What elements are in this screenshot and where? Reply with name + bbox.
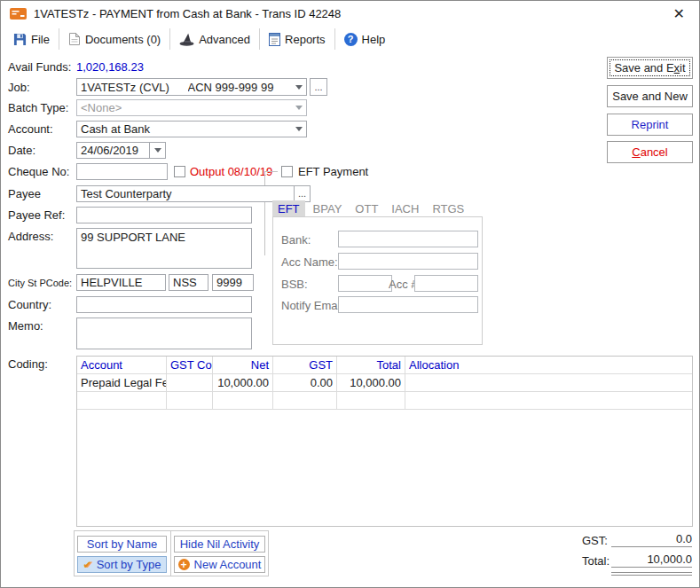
tab-bpay[interactable]: BPAY xyxy=(308,200,348,217)
avail-funds-label: Avail Funds: xyxy=(8,60,71,74)
batch-type-combo[interactable]: <None> xyxy=(76,99,307,116)
account-combo[interactable]: Cash at Bank xyxy=(76,121,307,137)
cell-allocation[interactable] xyxy=(405,392,692,409)
gst-total-value: 0.0 xyxy=(611,532,692,547)
document-page-icon xyxy=(68,32,81,46)
col-total[interactable]: Total xyxy=(337,357,405,373)
batch-type-value: <None> xyxy=(81,101,122,114)
memo-input[interactable] xyxy=(76,318,252,349)
city-input[interactable]: HELPVILLE xyxy=(76,274,166,291)
eft-payment-checkbox[interactable] xyxy=(281,166,293,177)
batch-type-label: Batch Type: xyxy=(8,101,68,114)
file-label: File xyxy=(31,33,50,46)
reports-label: Reports xyxy=(285,33,326,46)
eft-tab-strip: EFT BPAY OTT IACH RTGS xyxy=(272,200,472,217)
date-label: Date: xyxy=(8,144,35,157)
documents-button[interactable]: Documents (0) xyxy=(61,29,168,49)
reports-button[interactable]: Reports xyxy=(262,30,333,49)
cell-net[interactable] xyxy=(213,392,273,409)
grand-total-label: Total: xyxy=(582,554,610,568)
payee-value: Test Counterparty xyxy=(81,187,172,200)
col-gst-code[interactable]: GST Code xyxy=(167,357,213,373)
chevron-down-icon xyxy=(154,148,161,153)
reprint-button[interactable]: Reprint xyxy=(607,114,693,136)
cell-net[interactable]: 10,000.00 xyxy=(213,374,273,391)
save-and-new-button[interactable]: Save and New xyxy=(607,85,693,107)
job-combo[interactable]: 1VATESTz (CVL) ACN 999-999 99 xyxy=(76,78,307,96)
cell-gst-code[interactable] xyxy=(167,374,213,391)
output-checkbox[interactable] xyxy=(174,166,185,177)
payee-ref-input[interactable] xyxy=(76,207,252,223)
cell-account[interactable] xyxy=(77,392,167,409)
cell-allocation[interactable] xyxy=(405,374,692,391)
sort-by-name-button[interactable]: Sort by Name xyxy=(77,536,167,553)
total-rule xyxy=(611,575,692,576)
account-label: Account: xyxy=(8,122,53,136)
cheque-no-label: Cheque No: xyxy=(8,165,69,178)
job-acn: ACN 999-999 99 xyxy=(188,81,278,94)
sort-by-type-button[interactable]: ✔ Sort by Type xyxy=(77,556,167,573)
cell-gst[interactable]: 0.00 xyxy=(273,374,337,391)
country-input[interactable] xyxy=(76,296,252,313)
col-gst[interactable]: GST xyxy=(273,357,337,373)
tab-eft[interactable]: EFT xyxy=(272,200,305,217)
tab-ott[interactable]: OTT xyxy=(350,200,383,217)
col-account[interactable]: Account xyxy=(77,357,167,373)
table-row-empty[interactable] xyxy=(77,392,692,410)
job-label: Job: xyxy=(8,81,30,94)
cell-gst[interactable] xyxy=(273,392,337,409)
state-input[interactable]: NSS xyxy=(169,274,208,291)
cancel-button[interactable]: Cancel xyxy=(607,141,693,163)
tab-iach[interactable]: IACH xyxy=(386,200,424,217)
col-net[interactable]: Net xyxy=(213,357,273,373)
eft-payment-label: EFT Payment xyxy=(298,165,368,178)
bsb-input[interactable] xyxy=(338,275,392,292)
cell-total[interactable] xyxy=(337,392,405,409)
notify-email-label: Notify Email: xyxy=(281,299,346,312)
gst-total-label: GST: xyxy=(582,534,608,547)
date-dropdown-button[interactable] xyxy=(149,142,166,159)
bsb-label: BSB: xyxy=(281,278,308,291)
help-button[interactable]: ? Help xyxy=(337,30,393,49)
chevron-down-icon xyxy=(295,106,303,110)
address-label: Address: xyxy=(8,230,53,243)
help-label: Help xyxy=(362,33,386,46)
advanced-label: Advanced xyxy=(199,33,250,46)
avail-funds-value: 1,020,168.23 xyxy=(76,60,144,74)
col-allocation[interactable]: Allocation xyxy=(405,357,692,373)
pcode-input[interactable]: 9999 xyxy=(212,274,254,291)
coding-table: Account GST Code Net GST Total Allocatio… xyxy=(76,356,693,527)
grand-total-value: 10,000.0 xyxy=(611,553,692,568)
account-value: Cash at Bank xyxy=(81,122,150,136)
advanced-button[interactable]: Advanced xyxy=(172,30,257,49)
cell-gst-code[interactable] xyxy=(167,392,213,409)
acc-name-input[interactable] xyxy=(338,253,478,270)
cell-total[interactable]: 10,000.00 xyxy=(337,374,405,391)
new-account-button[interactable]: + New Account xyxy=(174,556,265,573)
city-st-pcode-label: City St PCode: xyxy=(8,278,72,288)
date-field[interactable]: 24/06/2019 xyxy=(76,142,150,159)
notify-email-input[interactable] xyxy=(338,296,478,313)
table-row[interactable]: Prepaid Legal Fees 10,000.00 0.00 10,000… xyxy=(77,374,692,392)
state-value: NSS xyxy=(173,276,197,289)
payment-dialog: 1VATESTz - PAYMENT from Cash at Bank - T… xyxy=(0,0,700,588)
cell-account[interactable]: Prepaid Legal Fees xyxy=(77,374,167,391)
plus-circle-icon: + xyxy=(178,559,190,570)
new-account-label: New Account xyxy=(194,558,262,571)
cheque-icon xyxy=(10,8,27,20)
toolbar-separator xyxy=(334,28,335,50)
file-button[interactable]: File xyxy=(6,30,57,49)
close-icon[interactable]: ✕ xyxy=(673,5,685,22)
eft-group-border xyxy=(264,171,278,172)
toolbar-separator xyxy=(259,28,260,50)
payee-input[interactable]: Test Counterparty xyxy=(76,185,295,202)
tab-rtgs[interactable]: RTGS xyxy=(427,200,469,217)
acc-no-input[interactable] xyxy=(414,275,478,292)
toolbar-separator xyxy=(59,28,59,50)
bank-input[interactable] xyxy=(338,231,478,247)
save-and-exit-button[interactable]: Save and Exit xyxy=(607,57,693,79)
cheque-no-input[interactable] xyxy=(76,163,168,180)
hide-nil-activity-button[interactable]: Hide Nil Activity xyxy=(174,536,265,553)
job-browse-button[interactable]: ... xyxy=(310,78,327,96)
address-input[interactable]: 99 SUPPORT LANE xyxy=(76,228,252,269)
